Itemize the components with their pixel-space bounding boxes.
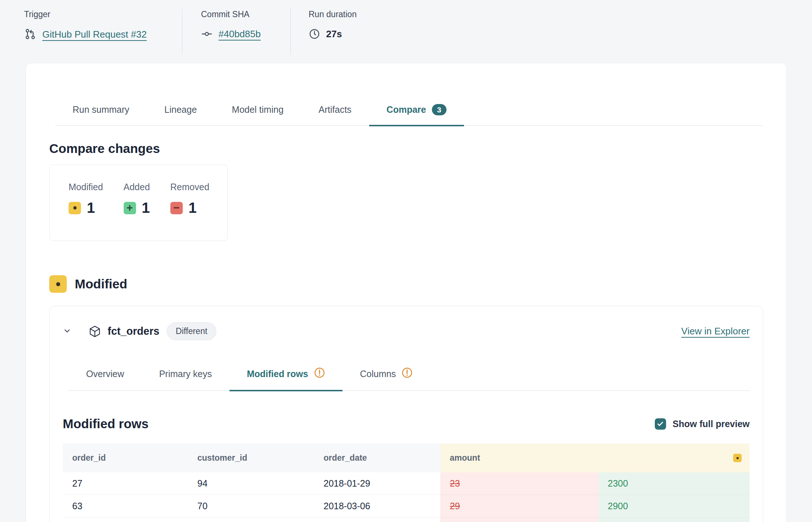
view-in-explorer-link[interactable]: View in Explorer <box>681 326 750 337</box>
pull-request-icon <box>24 28 36 41</box>
tab-columns[interactable]: Columns <box>343 367 430 391</box>
compare-count-badge: 3 <box>432 104 446 115</box>
commit-sha-link[interactable]: #40bd85b <box>219 28 261 40</box>
trigger-meta: Trigger GitHub Pull Request #32 <box>0 9 182 55</box>
column-header-order-date: order_date <box>314 444 440 472</box>
table-cell-partial <box>314 518 440 522</box>
stat-removed: Removed − 1 <box>170 182 209 241</box>
run-meta-header: Trigger GitHub Pull Request #32 Commit S… <box>0 0 812 55</box>
chevron-down-icon <box>63 326 71 337</box>
duration-label: Run duration <box>309 9 357 19</box>
tab-lineage[interactable]: Lineage <box>147 104 214 126</box>
run-tabs: Run summary Lineage Model timing Artifac… <box>55 104 763 126</box>
table-cell-partial <box>440 518 598 522</box>
commit-label: Commit SHA <box>201 9 290 19</box>
table-cell-customer-id: 70 <box>188 495 314 518</box>
table-cell-partial <box>598 518 750 522</box>
table-cell-amount-old: 29 <box>440 495 598 518</box>
show-full-preview-toggle[interactable]: Show full preview <box>655 418 750 430</box>
model-card-header: fct_orders Different View in Explorer <box>63 306 750 340</box>
clock-icon <box>309 28 320 40</box>
table-cell-order-date: 2018-03-06 <box>314 495 440 518</box>
column-header-order-id: order_id <box>63 444 188 472</box>
tab-primary-keys[interactable]: Primary keys <box>142 367 229 391</box>
trigger-link[interactable]: GitHub Pull Request #32 <box>42 29 147 40</box>
tab-modified-rows[interactable]: Modified rows <box>229 367 343 391</box>
stat-added: Added + 1 <box>124 182 150 241</box>
table-cell-order-id: 27 <box>63 472 188 495</box>
added-icon: + <box>124 202 136 214</box>
commit-icon <box>201 28 213 40</box>
modified-icon <box>69 202 81 214</box>
table-cell-partial <box>63 518 188 522</box>
warning-circle-icon <box>314 367 325 380</box>
run-detail-card: Run summary Lineage Model timing Artifac… <box>26 63 787 522</box>
tab-compare[interactable]: Compare 3 <box>369 104 464 126</box>
table-cell-amount-new: 2300 <box>598 472 750 495</box>
modified-section-icon <box>49 275 67 293</box>
page-title: Compare changes <box>49 141 763 156</box>
removed-icon: − <box>170 202 183 214</box>
stat-modified: Modified 1 <box>69 182 103 241</box>
column-header-customer-id: customer_id <box>188 444 314 472</box>
removed-count: 1 <box>189 200 197 216</box>
added-count: 1 <box>142 200 150 216</box>
tab-model-timing[interactable]: Model timing <box>214 104 301 126</box>
table-cell-customer-id: 94 <box>188 472 314 495</box>
table-cell-partial <box>188 518 314 522</box>
duration-value: 27s <box>326 28 342 40</box>
status-badge: Different <box>167 322 217 340</box>
modified-column-badge-icon <box>733 454 742 462</box>
tab-artifacts[interactable]: Artifacts <box>301 104 369 126</box>
tab-run-summary[interactable]: Run summary <box>55 104 147 126</box>
table-cell-order-date: 2018-01-29 <box>314 472 440 495</box>
modified-rows-table: order_id customer_id order_date amount 2… <box>63 444 750 522</box>
modified-count: 1 <box>87 200 95 216</box>
trigger-label: Trigger <box>24 9 182 19</box>
table-cell-order-id: 63 <box>63 495 188 518</box>
run-page: { "meta": { "trigger_label": "Trigger", … <box>0 0 812 522</box>
package-cube-icon <box>88 325 101 338</box>
column-header-amount: amount <box>440 444 750 472</box>
modified-section-header: Modified <box>49 275 763 293</box>
model-tabs: Overview Primary keys Modified rows Colu… <box>69 367 750 391</box>
checkbox-checked-icon[interactable] <box>655 418 666 430</box>
model-name: fct_orders <box>108 325 159 337</box>
model-diff-card: fct_orders Different View in Explorer Ov… <box>49 306 763 522</box>
table-cell-amount-old: 23 <box>440 472 598 495</box>
tab-overview[interactable]: Overview <box>69 367 142 391</box>
duration-meta: Run duration 27s <box>291 9 357 55</box>
commit-meta: Commit SHA #40bd85b <box>182 9 291 55</box>
collapse-toggle[interactable] <box>63 326 71 337</box>
warning-circle-icon <box>402 367 413 380</box>
modified-section-title: Modified <box>75 277 127 291</box>
modified-rows-header: Modified rows Show full preview <box>63 417 750 431</box>
compare-summary-card: Modified 1 Added + 1 Removed − 1 <box>49 165 228 241</box>
table-cell-amount-new: 2900 <box>598 495 750 518</box>
show-full-preview-label: Show full preview <box>673 419 750 429</box>
modified-rows-title: Modified rows <box>63 417 148 431</box>
